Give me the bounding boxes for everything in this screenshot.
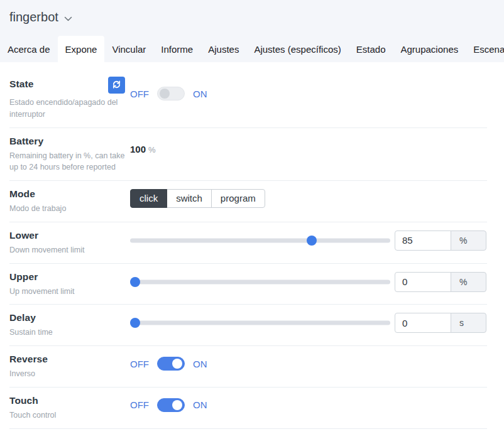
row-mode: Mode Modo de trabajo click switch progra… — [9, 181, 487, 222]
tab-ajustes[interactable]: Ajustes — [200, 36, 246, 62]
battery-value: 100 — [130, 144, 146, 155]
slider-thumb[interactable] — [130, 318, 140, 328]
tab-agrupaciones[interactable]: Agrupaciones — [393, 36, 466, 62]
touch-off-label[interactable]: OFF — [130, 399, 149, 410]
exposes-panel: State Estado encendido/apagado del inter… — [0, 62, 504, 434]
touch-on-label[interactable]: ON — [193, 399, 207, 410]
slider-track — [130, 321, 390, 325]
tab-escena[interactable]: Escena — [466, 36, 504, 62]
lower-description: Down movement limit — [9, 244, 132, 256]
upper-unit-addon: % — [451, 272, 486, 292]
tab-expone[interactable]: Expone — [58, 36, 105, 62]
row-battery: Battery Remaining battery in %, can take… — [9, 128, 487, 182]
delay-title: Delay — [9, 312, 36, 323]
tab-vincular[interactable]: Vincular — [104, 36, 153, 62]
reverse-title: Reverse — [9, 354, 48, 365]
chevron-down-icon — [64, 11, 72, 25]
refresh-icon — [112, 80, 121, 91]
touch-title: Touch — [9, 395, 38, 406]
reverse-off-label[interactable]: OFF — [130, 359, 149, 369]
delay-value-input[interactable] — [395, 313, 451, 333]
row-delay: Delay Sustain time s — [9, 305, 487, 346]
delay-slider[interactable] — [130, 313, 390, 333]
slider-track — [130, 238, 390, 242]
device-name: fingerbot — [9, 10, 58, 24]
row-linkquality: Linkquality Calidad del enlace (intensid… — [9, 429, 487, 434]
battery-unit: % — [148, 145, 156, 155]
battery-description: Remaining battery in %, can take up to 2… — [9, 150, 132, 174]
row-reverse: Reverse Inverso OFF ON — [9, 346, 487, 388]
row-state: State Estado encendido/apagado del inter… — [9, 71, 487, 128]
toggle-knob — [172, 359, 182, 369]
touch-toggle[interactable] — [157, 398, 185, 412]
mode-title: Mode — [9, 188, 35, 200]
delay-description: Sustain time — [9, 327, 132, 339]
state-title: State — [9, 79, 33, 90]
state-off-label[interactable]: OFF — [130, 89, 149, 99]
toggle-knob — [172, 400, 182, 410]
tab-informe[interactable]: Informe — [153, 36, 200, 62]
row-upper: Upper Up movement limit % — [9, 264, 487, 305]
mode-option-click[interactable]: click — [130, 189, 167, 208]
refresh-state-button[interactable] — [108, 77, 125, 94]
reverse-on-label[interactable]: ON — [193, 359, 207, 369]
device-name-dropdown[interactable]: fingerbot — [9, 9, 504, 25]
upper-title: Upper — [9, 271, 38, 283]
device-tab-bar: Acerca de Expone Vincular Informe Ajuste… — [0, 36, 504, 62]
upper-value-input[interactable] — [395, 272, 451, 292]
reverse-description: Inverso — [9, 368, 132, 380]
mode-option-switch[interactable]: switch — [167, 189, 212, 208]
mode-description: Modo de trabajo — [9, 203, 132, 215]
row-lower: Lower Down movement limit % — [9, 222, 487, 264]
toggle-knob — [160, 89, 170, 99]
state-on-label[interactable]: ON — [193, 89, 207, 99]
tab-acerca-de[interactable]: Acerca de — [0, 36, 58, 62]
mode-button-group: click switch program — [130, 189, 265, 208]
row-touch: Touch Touch control OFF ON — [9, 388, 487, 429]
lower-title: Lower — [9, 230, 38, 241]
slider-track — [130, 279, 390, 284]
battery-title: Battery — [9, 136, 43, 147]
slider-thumb[interactable] — [130, 277, 140, 287]
device-header: fingerbot Acerca de Expone Vincular Info… — [0, 0, 504, 62]
touch-description: Touch control — [9, 410, 132, 421]
mode-option-program[interactable]: program — [211, 189, 265, 208]
slider-thumb[interactable] — [307, 236, 317, 246]
lower-slider[interactable] — [130, 231, 390, 251]
state-description: Estado encendido/apagado del interruptor — [9, 97, 132, 121]
tab-ajustes-especificos[interactable]: Ajustes (específicos) — [246, 36, 348, 62]
state-toggle[interactable] — [157, 87, 185, 100]
lower-unit-addon: % — [451, 231, 486, 251]
delay-unit-addon: s — [451, 313, 486, 333]
reverse-toggle[interactable] — [157, 357, 185, 371]
lower-value-input[interactable] — [395, 231, 451, 251]
upper-description: Up movement limit — [9, 286, 132, 298]
tab-estado[interactable]: Estado — [349, 36, 393, 62]
upper-slider[interactable] — [130, 272, 390, 292]
